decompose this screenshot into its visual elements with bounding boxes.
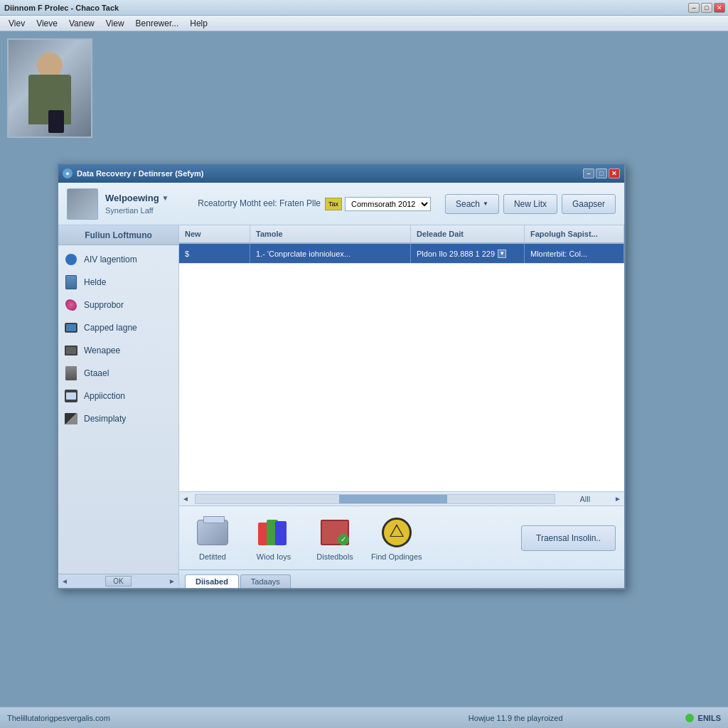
sidebar-scroll-right[interactable]: ► [168,577,176,585]
dialog-win-controls: – □ ✕ [583,168,620,178]
menu-vieve[interactable]: Vieve [31,17,63,30]
tab-tadaays[interactable]: Tadaays [240,574,291,588]
cell-tamole: 1.- 'Conprclate iohnioluex... [250,244,411,263]
close-button[interactable]: ✕ [714,3,725,13]
status-indicator [685,714,694,722]
cell-deleade: Pldon Ilo 29.888 1 229 ▼ [411,244,525,263]
menu-help[interactable]: Help [184,17,213,30]
sidebar-label-aiv: AIV lagentiom [84,255,137,264]
tax-dropdown: Tax Commsorath 2012 [325,197,431,211]
toolbar-item-distedbols[interactable]: Distedbols [310,515,360,561]
menu-benrewer[interactable]: Benrewer... [130,17,185,30]
supprobor-icon [64,298,78,312]
person-silhouette [21,49,78,127]
dialog-window: ● Data Recovery r Detinrser (Sefym) – □ … [57,163,626,589]
gtaael-icon [64,366,78,380]
sidebar-label-helde: Helde [84,277,106,287]
header-description: Rceatortry Motht eel: Fraten Plle [198,198,321,210]
toolbar-item-detitted[interactable]: Detitted [188,515,237,561]
table-scrollbar[interactable]: ◄ Alll ► [179,491,624,505]
dialog-body: Fuliun Loftmuno AIV lagentiom Helde [58,225,624,588]
sidebar-list: AIV lagentiom Helde Supprobor [58,245,178,574]
gaapser-button[interactable]: Gaapser [562,194,616,214]
ok-button[interactable]: OK [105,576,131,587]
scroll-thumb [339,495,447,503]
sidebar-label-capped: Capped lagne [84,323,137,333]
dialog-icon: ● [63,168,73,178]
toolbar-label-find: Find Opdinges [371,552,422,561]
header-buttons: Seach ▼ New Litx Gaapser [445,194,616,214]
sidebar-item-wenapee[interactable]: Wenapee [58,339,178,362]
cell-deleade-dropdown[interactable]: ▼ [498,250,506,258]
sidebar-item-desimplaty[interactable]: Desimplaty [58,407,178,430]
wenapee-icon [64,343,78,358]
books-icon [257,515,291,550]
sidebar-scrollbar[interactable]: ◄ OK ► [58,574,178,588]
window-controls: – □ ✕ [688,3,725,13]
dialog-minimize-button[interactable]: – [583,168,594,178]
dialog-header: Welpoewing ▼ Synertian Laff Rceatortry M… [58,183,624,225]
toolbar-item-find[interactable]: Find Opdinges [371,515,422,561]
sidebar-label-gtaael: Gtaael [84,368,109,378]
sidebar-label-desimplaty: Desimplaty [84,414,126,424]
scroll-right-arrow[interactable]: ► [611,495,624,503]
sidebar-item-supprobor[interactable]: Supprobor [58,294,178,316]
photo-widget [7,38,92,138]
menu-viev[interactable]: Viev [3,17,31,30]
username-label: Welpoewing [105,193,159,203]
sidebar-item-gtaael[interactable]: Gtaael [58,362,178,385]
sidebar-item-capped[interactable]: Capped lagne [58,316,178,339]
dialog-titlebar: ● Data Recovery r Detinrser (Sefym) – □ … [58,164,624,183]
photo-inner [9,40,91,136]
status-center: Howjue 11.9 the playroized [346,714,685,722]
status-label: ENILS [698,714,721,722]
status-left: Thelillutatorigpesvergalis.com [7,714,346,722]
search-button[interactable]: Seach ▼ [445,194,499,214]
action-button[interactable]: Traensal Insolin.. [521,525,616,551]
dialog-close-button[interactable]: ✕ [609,168,620,178]
sidebar-item-helde[interactable]: Helde [58,271,178,294]
scroll-label: Alll [558,495,611,503]
status-right: ENILS [685,714,721,722]
col-header-new: New [179,225,250,242]
printer-icon [196,515,230,550]
header-right: Rceatortry Motht eel: Fraten Plle Tax Co… [198,197,431,211]
user-info: Welpoewing ▼ Synertian Laff [105,193,169,215]
sidebar-item-appiicction[interactable]: Appiicction [58,385,178,407]
hazard-icon [380,515,414,550]
dialog-title: Data Recovery r Detinrser (Sefym) [77,169,204,178]
menu-vanew[interactable]: Vanew [63,17,100,30]
username-dropdown-arrow[interactable]: ▼ [162,194,169,202]
sidebar-label-supprobor: Supprobor [84,300,124,310]
tax-select[interactable]: Commsorath 2012 [345,197,431,211]
table-body: $ 1.- 'Conprclate iohnioluex... Pldon Il… [179,244,624,491]
new-list-button[interactable]: New Litx [503,194,557,214]
person-body [28,75,71,124]
scroll-left-arrow[interactable]: ◄ [179,495,192,503]
search-dropdown-arrow: ▼ [483,200,488,207]
toolbar-label-wiod: Wiod Ioys [257,552,291,561]
cell-deleade-text: Pldon Ilo 29.888 1 229 [417,250,495,258]
person-device [48,110,64,133]
sidebar-item-aiv[interactable]: AIV lagentiom [58,248,178,271]
desimplaty-icon [64,412,78,426]
maximize-button[interactable]: □ [701,3,712,13]
toolbar-item-wiod[interactable]: Wiod Ioys [249,515,299,561]
sidebar-label-appiicction: Appiicction [84,391,125,401]
app-title: Diinnom F Prolec - Chaco Tack [4,4,119,12]
capped-icon [64,321,78,335]
sidebar-header: Fuliun Loftmuno [58,225,178,245]
toolbar-label-detitted: Detitted [199,552,226,561]
menu-view[interactable]: View [100,17,130,30]
minimize-button[interactable]: – [688,3,700,13]
dialog-maximize-button[interactable]: □ [596,168,607,178]
tab-diisabed[interactable]: Diisabed [185,574,239,588]
footer-tabs: Diisabed Tadaays [179,569,624,588]
menu-bar: Viev Vieve Vanew View Benrewer... Help [0,16,728,31]
cell-new: $ [179,244,250,263]
sidebar-scroll-left[interactable]: ◄ [61,577,68,585]
sidebar-label-wenapee: Wenapee [84,346,120,355]
table-row[interactable]: $ 1.- 'Conprclate iohnioluex... Pldon Il… [179,244,624,264]
main-content: New Tamole Deleade Dait Fapolugh Sapist.… [179,225,624,588]
scroll-track[interactable] [195,494,556,504]
